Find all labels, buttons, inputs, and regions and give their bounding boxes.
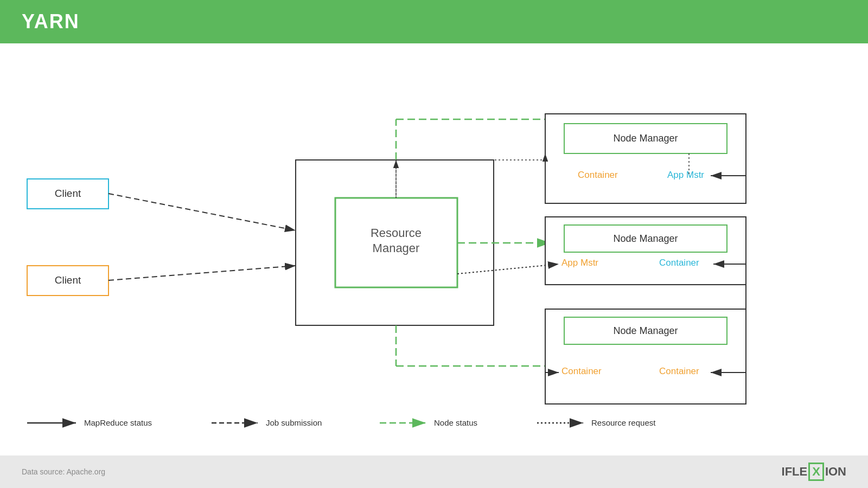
client1-arrow [108, 194, 296, 230]
nm1-label: Node Manager [613, 133, 678, 144]
rm-label-line2: Manager [373, 241, 420, 255]
nm2-label: Node Manager [613, 233, 678, 244]
client1-label: Client [55, 188, 81, 199]
logo-x: X [808, 463, 824, 481]
legend-green-dash-label: Node status [434, 418, 477, 427]
footer-source: Data source: Apache.org [22, 467, 105, 476]
nm3-container1-label: Container [561, 366, 602, 376]
client2-label: Client [55, 274, 81, 286]
nm3-container2-label: Container [659, 366, 699, 376]
nm1-container-label: Container [578, 170, 618, 180]
diagram-svg: Client Client Resource Manager [0, 43, 868, 455]
legend-solid-label: MapReduce status [84, 418, 152, 427]
rm-label-line1: Resource [371, 226, 422, 240]
logo-suffix: ION [825, 465, 846, 479]
nm2-container-label: Container [659, 258, 699, 268]
legend-dot-label: Resource request [591, 418, 656, 427]
nm1-appmstr-label: App Mstr [667, 170, 704, 180]
main-content: Client Client Resource Manager [0, 43, 868, 455]
client2-arrow [108, 266, 296, 280]
footer-logo: IFLE X ION [782, 463, 846, 481]
nm3-label: Node Manager [613, 325, 678, 336]
header: YARN [0, 0, 868, 43]
footer: Data source: Apache.org IFLE X ION [0, 455, 868, 488]
legend-dash-label: Job submission [266, 418, 322, 427]
logo-prefix: IFLE [782, 465, 808, 479]
nm2-appmstr-label: App Mstr [561, 258, 598, 268]
header-title: YARN [22, 10, 80, 33]
